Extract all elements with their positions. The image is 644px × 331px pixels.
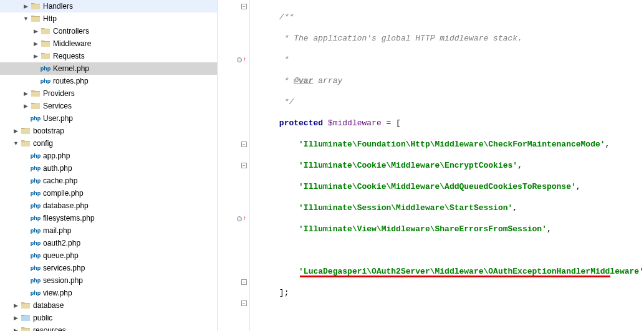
breakpoint-icon[interactable] <box>237 216 242 221</box>
folder-icon <box>21 138 31 148</box>
php-file-icon: php <box>31 151 41 161</box>
php-file-icon: php <box>31 226 41 236</box>
tree-folder-controllers[interactable]: ▶Controllers <box>0 25 217 37</box>
folder-icon <box>31 14 41 24</box>
tree-file-cache[interactable]: ▶phpcache.php <box>0 175 217 187</box>
php-file-icon: php <box>31 288 41 298</box>
tree-file-app[interactable]: ▶phpapp.php <box>0 150 217 162</box>
php-file-icon: php <box>31 238 41 248</box>
php-file-icon: php <box>31 251 41 261</box>
tree-folder-bootstrap[interactable]: ▶bootstrap <box>0 125 217 137</box>
tree-file-routes[interactable]: ▶phproutes.php <box>0 75 217 87</box>
tree-folder-config[interactable]: ▼config <box>0 137 217 150</box>
chevron-right-icon: ▶ <box>12 327 19 332</box>
folder-icon <box>21 300 31 310</box>
breakpoint-icon[interactable] <box>237 57 242 62</box>
php-file-icon: php <box>31 263 41 273</box>
tree-file-view[interactable]: ▶phpview.php <box>0 287 217 299</box>
tree-folder-middleware[interactable]: ▶Middleware <box>0 37 217 50</box>
tree-folder-http[interactable]: ▼Http <box>0 12 217 25</box>
chevron-right-icon: ▶ <box>12 128 19 135</box>
tree-file-compile[interactable]: ▶phpcompile.php <box>0 187 217 199</box>
folder-icon <box>31 89 41 98</box>
php-file-icon: php <box>41 76 50 86</box>
tree-file-mail[interactable]: ▶phpmail.php <box>0 224 217 237</box>
folder-icon <box>41 51 50 61</box>
folder-icon <box>41 39 50 49</box>
tree-file-user[interactable]: ▶phpUser.php <box>0 112 217 125</box>
chevron-right-icon: ▶ <box>12 315 19 322</box>
chevron-right-icon: ▶ <box>32 53 39 60</box>
php-file-icon: php <box>31 176 41 186</box>
chevron-right-icon: ▶ <box>22 103 29 110</box>
fold-icon[interactable]: − <box>241 163 247 168</box>
tree-file-database-cfg[interactable]: ▶phpdatabase.php <box>0 199 217 212</box>
tree-file-kernel[interactable]: ▶phpKernel.php <box>0 62 217 75</box>
php-file-icon: php <box>31 163 41 173</box>
tree-folder-database[interactable]: ▶database <box>0 299 217 312</box>
tree-file-auth[interactable]: ▶phpauth.php <box>0 162 217 175</box>
override-up-icon: ↑ <box>243 215 247 222</box>
fold-icon[interactable]: − <box>241 142 247 147</box>
php-file-icon: php <box>31 201 41 211</box>
php-file-icon: php <box>31 188 41 198</box>
code-content[interactable]: /** * The application's global HTTP midd… <box>250 0 644 331</box>
chevron-right-icon: ▶ <box>32 28 39 35</box>
folder-icon <box>21 325 31 331</box>
chevron-right-icon: ▶ <box>32 41 39 47</box>
fold-icon[interactable]: − <box>241 300 247 306</box>
tree-folder-requests[interactable]: ▶Requests <box>0 50 217 62</box>
folder-icon <box>31 101 41 111</box>
chevron-right-icon: ▶ <box>12 302 19 309</box>
folder-icon <box>31 1 41 11</box>
php-file-icon: php <box>31 213 41 223</box>
tree-folder-resources[interactable]: ▶resources <box>0 324 217 331</box>
php-file-icon: php <box>31 113 41 123</box>
tree-folder-handlers[interactable]: ▶Handlers <box>0 0 217 12</box>
editor-gutter[interactable]: − ↑ − − ↑ − − <box>218 0 250 331</box>
php-file-icon: php <box>41 64 50 74</box>
code-editor[interactable]: − ↑ − − ↑ − − /** * The application's gl… <box>218 0 644 331</box>
override-up-icon: ↑ <box>243 56 247 63</box>
chevron-down-icon: ▼ <box>12 140 19 147</box>
tree-folder-services[interactable]: ▶Services <box>0 100 217 112</box>
fold-icon[interactable]: − <box>241 279 247 285</box>
tree-file-session[interactable]: ▶phpsession.php <box>0 274 217 287</box>
project-tree[interactable]: ▶Handlers ▼Http ▶Controllers ▶Middleware… <box>0 0 218 331</box>
fold-icon[interactable]: − <box>241 4 247 9</box>
folder-icon <box>41 26 50 36</box>
folder-icon <box>21 126 31 136</box>
chevron-down-icon: ▼ <box>22 16 29 22</box>
folder-icon <box>21 313 31 323</box>
tree-file-services-cfg[interactable]: ▶phpservices.php <box>0 262 217 274</box>
tree-file-queue[interactable]: ▶phpqueue.php <box>0 249 217 262</box>
chevron-right-icon: ▶ <box>22 3 29 10</box>
tree-file-filesystems[interactable]: ▶phpfilesystems.php <box>0 212 217 224</box>
php-file-icon: php <box>31 276 41 285</box>
chevron-right-icon: ▶ <box>22 90 29 97</box>
highlight-underline <box>300 276 610 277</box>
tree-folder-public[interactable]: ▶public <box>0 312 217 324</box>
tree-file-oauth2[interactable]: ▶phpoauth2.php <box>0 237 217 249</box>
tree-folder-providers[interactable]: ▶Providers <box>0 87 217 100</box>
